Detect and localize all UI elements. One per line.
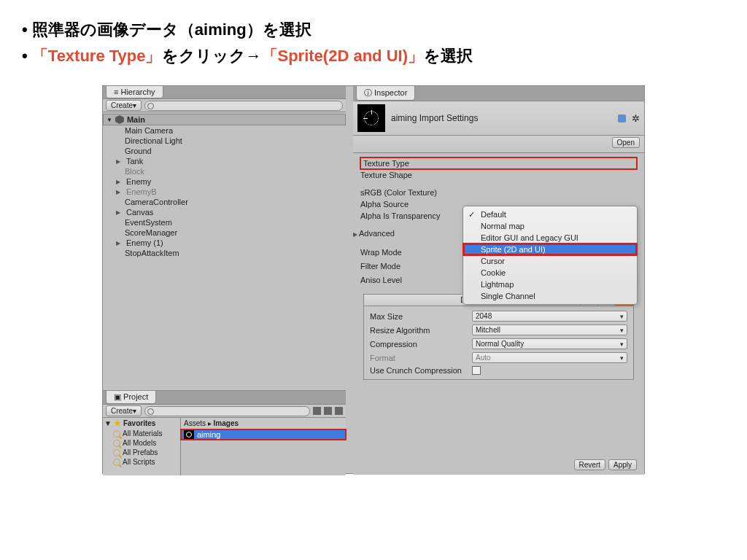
texture-shape-label: Texture Shape [360, 171, 462, 179]
compression-label: Compression [370, 340, 472, 349]
hierarchy-item[interactable]: Directional Light [103, 136, 346, 146]
favorites-header[interactable]: ▼★Favorites [103, 418, 180, 429]
max-size-dropdown[interactable]: 2048 [472, 311, 627, 322]
hierarchy-item[interactable]: Main Camera [103, 125, 346, 136]
hierarchy-item[interactable]: EnemyB [103, 187, 346, 197]
search-icon [113, 430, 120, 438]
hierarchy-item[interactable]: CameraController [103, 197, 346, 207]
crunch-label: Use Crunch Compression [370, 366, 472, 375]
inspector-panel: ⓘ Inspector aiming Import Settings ✲ Ope… [353, 86, 644, 475]
hierarchy-item[interactable]: StopAttackItem [103, 248, 346, 258]
bullet-2-red-b: 「Sprite(2D and UI)」 [262, 47, 424, 65]
apply-button[interactable]: Apply [608, 459, 637, 470]
resize-dropdown[interactable]: Mitchell [472, 324, 627, 335]
aniso-label: Aniso Level [360, 276, 462, 284]
search-icon [113, 440, 120, 447]
crunch-checkbox[interactable] [472, 366, 481, 375]
project-create-button[interactable]: Create ▾ [106, 405, 142, 416]
filter-icon[interactable] [313, 407, 321, 415]
filter-mode-label: Filter Mode [360, 262, 462, 271]
wrap-mode-label: Wrap Mode [360, 248, 462, 257]
favorite-item[interactable]: All Prefabs [103, 448, 180, 457]
bullet-2-end: を選択 [424, 47, 473, 65]
hierarchy-item[interactable]: Enemy [103, 176, 346, 187]
hierarchy-item[interactable]: Tank [103, 156, 346, 166]
search-icon [113, 449, 120, 456]
hierarchy-item[interactable]: ScoreManager [103, 228, 346, 238]
hierarchy-item[interactable]: Canvas [103, 207, 346, 217]
format-label: Format [370, 354, 472, 362]
alpha-transparency-label: Alpha Is Transparency [360, 211, 462, 220]
hierarchy-search[interactable] [144, 101, 343, 111]
bullet-2-mid: をクリック→ [162, 47, 262, 65]
assets-column: Assets ▸ Images aiming [181, 418, 346, 475]
save-icon[interactable] [335, 407, 343, 415]
favorite-item[interactable]: All Scripts [103, 457, 180, 467]
project-panel: ▣ Project Create ▾ ▼★Favorites All Mater… [103, 390, 346, 474]
bullet-2: 「Texture Type」をクリック→「Sprite(2D and UI)」を… [22, 45, 725, 67]
compression-dropdown[interactable]: Normal Quality [472, 338, 627, 349]
texture-preview [357, 104, 385, 132]
format-dropdown[interactable]: Auto [472, 352, 627, 363]
scene-name: Main [127, 115, 145, 124]
asset-aiming[interactable]: aiming [181, 429, 346, 440]
help-icon[interactable] [618, 114, 626, 122]
menu-item-sprite[interactable]: Sprite (2D and UI) [463, 244, 637, 255]
scene-header[interactable]: Main [103, 114, 346, 125]
breadcrumb[interactable]: Assets ▸ Images [181, 418, 346, 429]
bullet-1: 照準器の画像データ（aiming）を選択 [22, 19, 725, 41]
menu-item-cursor[interactable]: Cursor [463, 255, 637, 267]
platform-settings: Default ⬇ ▯ 5 Max Size 2048 Resize Algor… [363, 294, 634, 380]
menu-item-cookie[interactable]: Cookie [463, 267, 637, 279]
menu-item-normal[interactable]: Normal map [463, 220, 637, 232]
hierarchy-panel: ≡ Hierarchy Create ▾ Main Main Camera Di… [103, 86, 346, 390]
favorite-item[interactable]: All Materials [103, 429, 180, 438]
hierarchy-tab[interactable]: ≡ Hierarchy [106, 86, 163, 98]
open-button[interactable]: Open [612, 137, 640, 148]
max-size-label: Max Size [370, 312, 472, 321]
project-tab[interactable]: ▣ Project [106, 391, 156, 404]
filter-icon-2[interactable] [324, 407, 332, 415]
unity-scene-icon [115, 115, 124, 124]
favorites-column: ▼★Favorites All Materials All Models All… [103, 418, 181, 475]
unity-editor-screenshot: ≡ Hierarchy Create ▾ Main Main Camera Di… [102, 85, 645, 474]
menu-item-single-channel[interactable]: Single Channel [463, 290, 637, 302]
sprite-asset-icon [184, 430, 194, 439]
favorite-item[interactable]: All Models [103, 438, 180, 448]
texture-type-dropdown: Default Normal map Editor GUI and Legacy… [462, 206, 638, 305]
inspector-title: aiming Import Settings [391, 113, 612, 123]
advanced-label[interactable]: Advanced [360, 229, 462, 238]
revert-button[interactable]: Revert [574, 459, 605, 470]
menu-item-lightmap[interactable]: Lightmap [463, 279, 637, 290]
gear-icon[interactable]: ✲ [632, 113, 640, 124]
hierarchy-item[interactable]: Block [103, 166, 346, 176]
star-icon: ★ [114, 419, 121, 428]
inspector-tab[interactable]: ⓘ Inspector [356, 86, 415, 101]
asset-name: aiming [197, 430, 220, 439]
bullet-2-red-a: 「Texture Type」 [32, 47, 162, 65]
resize-label: Resize Algorithm [370, 326, 472, 335]
menu-item-editor-gui[interactable]: Editor GUI and Legacy GUI [463, 232, 637, 244]
texture-type-label[interactable]: Texture Type [363, 159, 465, 168]
project-search[interactable] [144, 406, 310, 416]
hierarchy-item[interactable]: EventSystem [103, 217, 346, 228]
create-button[interactable]: Create ▾ [106, 100, 142, 111]
hierarchy-item[interactable]: Enemy (1) [103, 238, 346, 248]
srgb-label: sRGB (Color Texture) [360, 188, 462, 197]
alpha-source-label: Alpha Source [360, 200, 462, 209]
menu-item-default[interactable]: Default [463, 209, 637, 220]
hierarchy-item[interactable]: Ground [103, 146, 346, 156]
search-icon [113, 459, 120, 466]
